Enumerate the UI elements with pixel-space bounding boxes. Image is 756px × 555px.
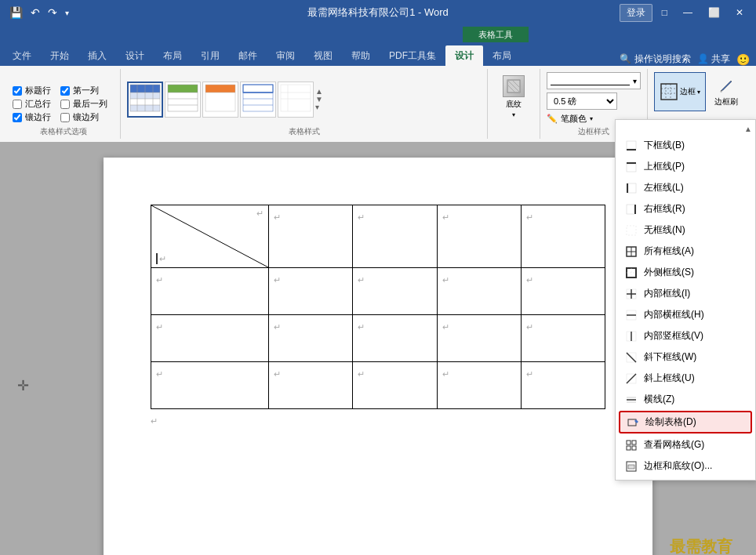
menu-item-diag-down[interactable]: 斜下框线(W)	[616, 346, 755, 368]
close-button[interactable]: ✕	[729, 4, 750, 21]
tab-home[interactable]: 开始	[41, 45, 78, 66]
checkbox-banded-cols[interactable]: 镶边列	[60, 111, 107, 123]
shading-button[interactable]: 底纹 ▾	[494, 72, 533, 122]
menu-item-border-left[interactable]: 左框线(L)	[616, 177, 755, 198]
menu-item-view-gridlines[interactable]: 查看网格线(G)	[616, 434, 755, 455]
table-cell-header[interactable]: ↵ ↵	[151, 205, 269, 268]
customize-button[interactable]: ▾	[62, 7, 72, 19]
table-cell[interactable]: ↵	[269, 268, 353, 315]
svg-rect-31	[661, 84, 677, 100]
table-style-1[interactable]	[127, 82, 163, 118]
all-borders-icon	[625, 245, 638, 258]
svg-rect-39	[627, 164, 636, 172]
table-cell[interactable]: ↵	[269, 362, 353, 409]
menu-item-draw-table[interactable]: 绘制表格(D)	[619, 411, 752, 433]
table-style-4[interactable]	[240, 82, 276, 118]
maximize-button[interactable]: ⬜	[702, 4, 726, 21]
table-cell[interactable]: ↵	[521, 362, 605, 409]
table-cell[interactable]: ↵	[151, 362, 269, 409]
table-cell[interactable]: ↵	[151, 268, 269, 315]
tab-references[interactable]: 引用	[191, 45, 229, 66]
tab-mailings[interactable]: 邮件	[229, 45, 267, 66]
inner-h-border-icon	[625, 309, 638, 321]
table-cell[interactable]: ↵	[269, 315, 353, 362]
menu-item-border-right[interactable]: 右框线(R)	[616, 198, 755, 219]
menu-item-border-shading[interactable]: 边框和底纹(O)...	[616, 455, 755, 477]
menu-item-border-bottom[interactable]: 下框线(B)	[616, 135, 755, 156]
menu-item-outside-border[interactable]: 外侧框线(S)	[616, 262, 755, 283]
table-cell[interactable]: ↵	[353, 362, 437, 409]
menu-label: 边框和底纹(O)...	[644, 459, 712, 473]
menu-item-diag-up[interactable]: 斜上框线(U)	[616, 368, 755, 389]
table-row: ↵ ↵ ↵ ↵ ↵	[151, 268, 605, 315]
share-button[interactable]: 👤 共享	[697, 53, 730, 66]
table-cell[interactable]: ↵	[437, 268, 521, 315]
border-dropdown-button[interactable]: 边框 ▾	[654, 72, 706, 111]
table-cell[interactable]: ↵	[437, 315, 521, 362]
undo-button[interactable]: ↶	[27, 5, 43, 20]
table-style-2[interactable]	[165, 82, 201, 118]
border-width-row: 0.5 磅 1 磅 1.5 磅	[547, 92, 617, 110]
shading-icon	[503, 75, 525, 97]
svg-rect-67	[627, 441, 631, 444]
border-icon	[660, 82, 678, 101]
table-cell[interactable]: ↵	[353, 268, 437, 315]
menu-item-all-borders[interactable]: 所有框线(A)	[616, 241, 755, 262]
table-cell[interactable]: ↵	[269, 205, 353, 268]
pen-color-row: ✏️ 笔颜色 ▾	[547, 113, 593, 125]
border-style-select[interactable]: ▾	[547, 72, 641, 89]
menu-scroll-up[interactable]: ▲	[744, 125, 752, 133]
tab-table-design[interactable]: 设计	[445, 45, 483, 66]
table-cell[interactable]: ↵	[521, 268, 605, 315]
table-cell[interactable]: ↵	[437, 205, 521, 268]
border-brush-button[interactable]: 边框刷	[709, 72, 743, 111]
help-button[interactable]: □	[656, 4, 674, 21]
table-cell[interactable]: ↵	[521, 315, 605, 362]
svg-rect-11	[168, 85, 198, 92]
menu-item-inside-border[interactable]: 内部框线(I)	[616, 283, 755, 304]
tab-view[interactable]: 视图	[304, 45, 342, 66]
checkbox-title-row[interactable]: 标题行	[13, 85, 51, 96]
minimize-button[interactable]: —	[677, 4, 699, 21]
tab-file[interactable]: 文件	[3, 45, 41, 66]
table-cell[interactable]: ↵	[437, 362, 521, 409]
tab-design-doc[interactable]: 设计	[116, 45, 154, 66]
menu-label: 上框线(P)	[644, 160, 685, 173]
tab-help[interactable]: 帮助	[342, 45, 380, 66]
checkbox-last-col[interactable]: 最后一列	[60, 98, 107, 110]
border-width-select[interactable]: 0.5 磅 1 磅 1.5 磅	[547, 92, 617, 110]
redo-button[interactable]: ↷	[45, 5, 60, 20]
document-table: ↵ ↵ ↵ ↵ ↵ ↵ ↵ ↵ ↵ ↵ ↵ ↵ ↵	[151, 205, 605, 409]
view-grid-icon	[625, 439, 638, 452]
menu-item-inner-h-border[interactable]: 内部横框线(H)	[616, 304, 755, 325]
menu-item-hz-line[interactable]: 横线(Z)	[616, 389, 755, 410]
table-cell[interactable]: ↵	[151, 315, 269, 362]
login-button[interactable]: 登录	[620, 4, 652, 22]
menu-item-border-top[interactable]: 上框线(P)	[616, 156, 755, 177]
checkbox-banded-rows[interactable]: 镶边行	[13, 111, 51, 123]
checkbox-summary-row[interactable]: 汇总行	[13, 98, 51, 110]
tab-table-layout[interactable]: 布局	[483, 45, 521, 66]
table-style-5[interactable]	[278, 82, 314, 118]
svg-rect-37	[627, 141, 636, 149]
tab-review[interactable]: 审阅	[267, 45, 304, 66]
table-cell[interactable]: ↵	[353, 205, 437, 268]
tab-layout-doc[interactable]: 布局	[154, 45, 191, 66]
shading-label: 底纹	[506, 99, 522, 110]
tab-insert[interactable]: 插入	[78, 45, 116, 66]
search-button[interactable]: 🔍 操作说明搜索	[620, 53, 690, 66]
menu-label: 查看网格线(G)	[644, 438, 704, 452]
draw-table-icon	[627, 416, 639, 429]
save-button[interactable]: 💾	[6, 5, 26, 20]
table-cell[interactable]: ↵	[521, 205, 605, 268]
menu-label: 横线(Z)	[644, 393, 674, 406]
table-cell[interactable]: ↵	[353, 315, 437, 362]
style-scroll[interactable]: ▲ ▼ ▾	[315, 88, 323, 111]
menu-item-no-border[interactable]: 无框线(N)	[616, 219, 755, 241]
border-left-icon	[625, 182, 638, 194]
checkbox-first-col[interactable]: 第一列	[60, 85, 107, 96]
emoji-button[interactable]: 🙂	[736, 53, 750, 66]
table-style-3[interactable]	[202, 82, 238, 118]
tab-pdf[interactable]: PDF工具集	[380, 45, 445, 66]
menu-item-inner-v-border[interactable]: 内部竖框线(V)	[616, 325, 755, 346]
